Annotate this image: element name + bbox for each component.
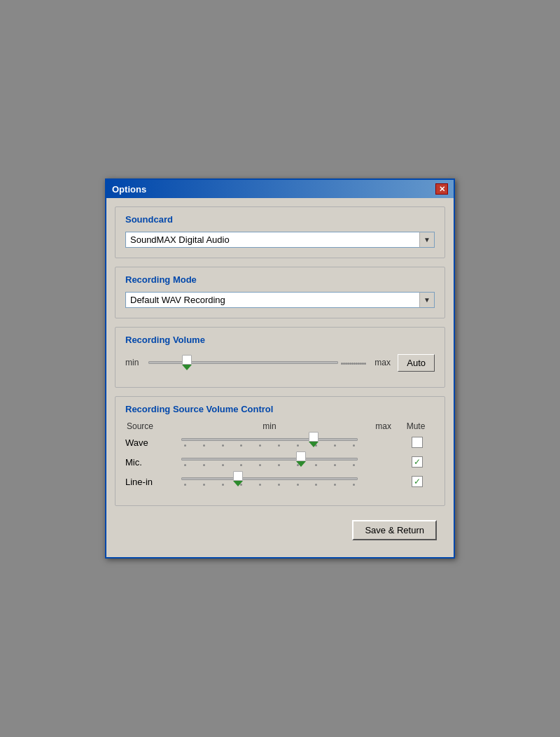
recording-volume-section: Recording Volume min (115, 327, 445, 388)
wave-slider-track[interactable] (181, 438, 358, 441)
source-row-mic: Mic. (125, 456, 435, 468)
source-header-source: Source (127, 421, 183, 431)
recording-volume-label: Recording Volume (125, 335, 435, 345)
wave-thumb-body (309, 432, 318, 442)
linein-mute-checkbox[interactable]: ✓ (412, 476, 423, 487)
recording-mode-select[interactable]: Default WAV RecordingMP3 RecordingWMA Re… (125, 292, 435, 308)
mic-slider-track[interactable] (181, 458, 358, 461)
source-row-linein: Line-in (125, 476, 435, 487)
wave-slider-wrap (181, 438, 358, 447)
save-return-button[interactable]: Save & Return (352, 520, 437, 540)
source-row-wave: Wave (125, 437, 435, 448)
mic-slider-thumb[interactable] (296, 451, 306, 467)
auto-button[interactable]: Auto (398, 354, 435, 372)
mic-thumb-body (296, 451, 306, 461)
recording-mode-label: Recording Mode (125, 274, 435, 285)
options-window: Options ✕ Soundcard SoundMAX Digital Aud… (105, 178, 455, 559)
mic-thumb-arrow (296, 461, 306, 467)
linein-slider-dots (181, 482, 358, 486)
source-name-wave: Wave (125, 437, 181, 448)
soundcard-section: Soundcard SoundMAX Digital AudioRealtek … (115, 206, 445, 258)
recording-volume-thumb-arrow (182, 365, 192, 370)
title-bar: Options ✕ (106, 180, 454, 198)
mic-slider-wrap (181, 458, 358, 466)
linein-slider-wrap (181, 477, 358, 486)
recording-volume-thumb[interactable] (182, 355, 192, 370)
recording-source-section: Recording Source Volume Control Source m… (115, 396, 445, 506)
window-title: Options (112, 184, 146, 195)
recording-volume-min-label: min (125, 358, 143, 367)
recording-volume-track[interactable] (148, 361, 338, 364)
source-name-mic: Mic. (125, 457, 181, 468)
linein-thumb-arrow (233, 481, 243, 486)
recording-source-label: Recording Source Volume Control (125, 404, 435, 414)
wave-slider-dots (181, 442, 358, 447)
source-name-linein: Line-in (125, 477, 181, 487)
mic-mute-checkbox[interactable]: ✓ (412, 456, 423, 468)
linein-thumb-body (233, 471, 243, 481)
source-header-max: max (356, 421, 398, 431)
wave-thumb-arrow (309, 442, 318, 447)
soundcard-select-wrapper: SoundMAX Digital AudioRealtek HD AudioDe… (125, 232, 435, 248)
wave-slider-thumb[interactable] (309, 432, 318, 447)
slider-dot (364, 363, 366, 365)
window-content: Soundcard SoundMAX Digital AudioRealtek … (106, 198, 454, 557)
soundcard-select[interactable]: SoundMAX Digital AudioRealtek HD AudioDe… (125, 232, 435, 248)
recording-volume-thumb-body (182, 355, 192, 365)
linein-slider-track[interactable] (181, 477, 358, 480)
source-header-mute: Mute (398, 421, 433, 431)
source-table-header: Source min max Mute (125, 421, 435, 431)
close-button[interactable]: ✕ (435, 183, 448, 195)
recording-volume-row: min (125, 352, 435, 373)
source-header-min: min (183, 421, 356, 431)
mic-slider-dots (181, 462, 358, 466)
recording-mode-select-wrapper: Default WAV RecordingMP3 RecordingWMA Re… (125, 292, 435, 308)
recording-volume-max-label: max (374, 358, 392, 367)
linein-slider-thumb[interactable] (233, 471, 243, 486)
wave-mute-checkbox[interactable] (412, 437, 423, 448)
bottom-bar: Save & Return (115, 514, 445, 549)
recording-volume-dots (338, 360, 369, 365)
recording-volume-slider-container (148, 352, 369, 373)
recording-mode-section: Recording Mode Default WAV RecordingMP3 … (115, 267, 445, 318)
soundcard-label: Soundcard (125, 214, 435, 225)
